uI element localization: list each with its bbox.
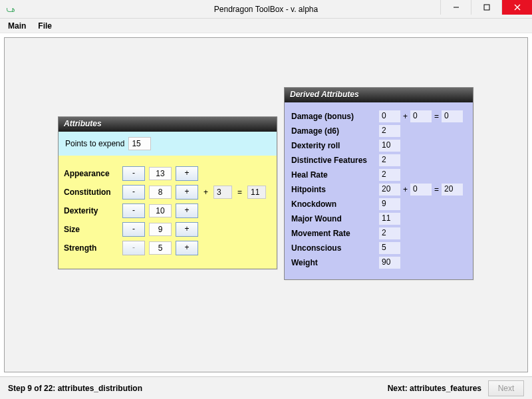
constitution-plus-button[interactable]: + [176, 185, 198, 200]
content-area: Attributes Points to expend 15 Appearanc… [0, 33, 532, 376]
label-hitpoints: Hitpoints [291, 185, 376, 194]
label-damage-d6: Damage (d6) [291, 126, 376, 136]
row-constitution: Constitution - 8 + + 3 = 11 [64, 185, 271, 200]
points-row: Points to expend 15 [59, 132, 277, 156]
svg-rect-1 [484, 5, 489, 10]
close-button[interactable] [501, 0, 532, 15]
derived-panel: Derived Attributes Damage (bonus) 0 + 0 … [284, 87, 473, 280]
dexterity-value: 10 [149, 204, 172, 217]
label-major-wound: Major Wound [291, 214, 376, 223]
step-label: Step 9 of 22: attributes_distribution [8, 384, 142, 393]
constitution-eq: = [236, 188, 243, 197]
hitpoints-a: 20 [379, 184, 400, 196]
hitpoints-b: 0 [410, 184, 432, 196]
maximize-button[interactable] [471, 0, 501, 15]
minimize-button[interactable] [440, 0, 471, 15]
hitpoints-eq: = [434, 185, 439, 194]
dexterity-plus-button[interactable]: + [176, 203, 198, 218]
label-appearance: Appearance [64, 169, 118, 178]
size-plus-button[interactable]: + [176, 222, 198, 237]
size-minus-button[interactable]: - [122, 222, 145, 237]
row-appearance: Appearance - 13 + [64, 166, 271, 181]
derived-header: Derived Attributes [285, 88, 473, 102]
dist-feat-value: 2 [379, 154, 400, 166]
label-strength: Strength [64, 243, 118, 253]
constitution-total: 11 [247, 186, 266, 199]
dexterity-minus-button[interactable]: - [122, 203, 145, 218]
row-strength: Strength - 5 + [64, 241, 271, 255]
label-dexterity: Dexterity [64, 206, 118, 215]
row-heal-rate: Heal Rate 2 [291, 169, 466, 181]
move-rate-value: 2 [379, 227, 400, 239]
window-titlebar: Pendragon ToolBox - v. alpha [0, 0, 532, 19]
attributes-grid: Appearance - 13 + Constitution - 8 + + 3… [59, 156, 277, 269]
row-damage-d6: Damage (d6) 2 [291, 125, 466, 137]
close-icon [514, 4, 521, 11]
damage-bonus-eq: = [434, 112, 439, 121]
row-move-rate: Movement Rate 2 [291, 227, 466, 239]
row-weight: Weight 90 [291, 257, 466, 269]
menu-main[interactable]: Main [4, 20, 30, 32]
appearance-minus-button[interactable]: - [122, 166, 145, 181]
label-damage-bonus: Damage (bonus) [291, 112, 376, 121]
damage-bonus-total: 0 [442, 110, 463, 122]
row-unconscious: Unconscious 5 [291, 242, 466, 254]
label-weight: Weight [291, 258, 376, 267]
work-area: Attributes Points to expend 15 Appearanc… [4, 37, 528, 372]
damage-bonus-a: 0 [379, 110, 400, 122]
major-wound-value: 11 [379, 213, 400, 225]
constitution-plus-sign: + [202, 188, 209, 197]
minimize-icon [453, 4, 460, 11]
row-knockdown: Knockdown 9 [291, 198, 466, 210]
constitution-bonus: 3 [213, 186, 232, 199]
damage-d6-value: 2 [379, 125, 400, 137]
constitution-value: 8 [149, 186, 172, 199]
label-constitution: Constitution [64, 188, 118, 197]
strength-plus-button[interactable]: + [176, 241, 198, 255]
strength-minus-button[interactable]: - [122, 241, 145, 255]
appearance-value: 13 [149, 167, 172, 180]
size-value: 9 [149, 223, 172, 236]
hitpoints-total: 20 [442, 184, 463, 196]
attributes-header: Attributes [59, 117, 277, 132]
points-value: 15 [128, 137, 151, 150]
attributes-panel: Attributes Points to expend 15 Appearanc… [58, 116, 277, 269]
menu-bar: Main File [0, 19, 532, 33]
row-dexterity: Dexterity - 10 + [64, 203, 271, 218]
row-major-wound: Major Wound 11 [291, 213, 466, 225]
damage-bonus-b: 0 [410, 110, 432, 122]
dex-roll-value: 10 [379, 140, 400, 152]
label-size: Size [64, 225, 118, 234]
weight-value: 90 [379, 257, 400, 269]
label-move-rate: Movement Rate [291, 229, 376, 238]
derived-body: Damage (bonus) 0 + 0 = 0 Damage (d6) 2 D… [285, 102, 473, 279]
constitution-minus-button[interactable]: - [122, 185, 145, 200]
row-damage-bonus: Damage (bonus) 0 + 0 = 0 [291, 110, 466, 122]
label-knockdown: Knockdown [291, 200, 376, 209]
window-buttons [440, 0, 532, 18]
next-button[interactable]: Next [488, 380, 524, 396]
appearance-plus-button[interactable]: + [176, 166, 198, 181]
unconscious-value: 5 [379, 242, 400, 254]
row-dex-roll: Dexterity roll 10 [291, 140, 466, 152]
row-dist-feat: Distinctive Features 2 [291, 154, 466, 166]
row-size: Size - 9 + [64, 222, 271, 237]
label-heal-rate: Heal Rate [291, 170, 376, 180]
knockdown-value: 9 [379, 198, 400, 210]
label-dex-roll: Dexterity roll [291, 141, 376, 150]
heal-rate-value: 2 [379, 169, 400, 181]
menu-file[interactable]: File [34, 20, 56, 32]
row-hitpoints: Hitpoints 20 + 0 = 20 [291, 184, 466, 196]
footer-bar: Step 9 of 22: attributes_distribution Ne… [0, 376, 532, 399]
maximize-icon [483, 4, 490, 11]
label-unconscious: Unconscious [291, 243, 376, 253]
points-label: Points to expend [65, 139, 124, 148]
next-label: Next: attributes_features [388, 384, 481, 393]
hitpoints-plus: + [403, 185, 408, 194]
app-icon [5, 4, 16, 15]
strength-value: 5 [149, 241, 172, 255]
label-dist-feat: Distinctive Features [291, 156, 376, 165]
damage-bonus-plus: + [403, 112, 408, 121]
